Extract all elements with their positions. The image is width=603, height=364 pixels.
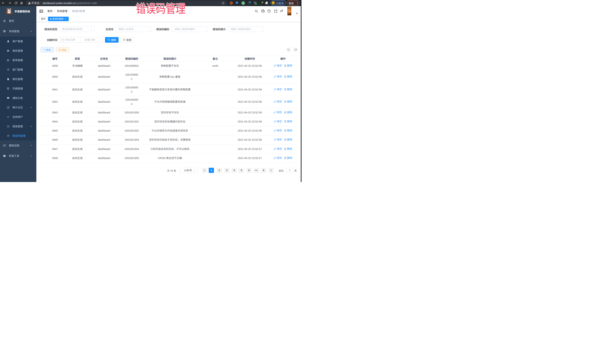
- svg-text:y: y: [243, 2, 244, 4]
- svg-text:on: on: [255, 3, 257, 4]
